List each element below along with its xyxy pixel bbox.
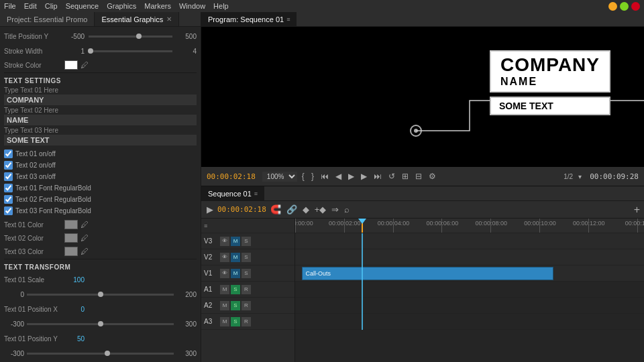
stroke-color-swatch[interactable] (64, 60, 78, 70)
a2-mute-button[interactable]: M (220, 301, 229, 310)
loop-button[interactable]: ↺ (386, 172, 397, 181)
tab-sequence[interactable]: Sequence 01 ≡ (201, 186, 264, 200)
checkbox-text03-onoff-input[interactable] (4, 172, 13, 181)
marker-in-button[interactable]: { (300, 172, 307, 181)
text02-color-picker-icon[interactable]: 🖊 (80, 233, 89, 243)
a3-record-button[interactable]: R (241, 317, 251, 326)
search-replace-button[interactable]: ⌕ (343, 204, 351, 215)
stroke-width-slider[interactable] (89, 50, 172, 52)
step-forward-button[interactable]: ▶ (359, 172, 369, 181)
text01-color-row: Text 01 Color 🖊 (4, 219, 197, 231)
text01-color-swatch[interactable] (64, 220, 78, 229)
v2-eye-button[interactable]: 👁 (220, 253, 229, 262)
checkbox-text03-font-input[interactable] (4, 206, 13, 215)
a2-record-button[interactable]: R (241, 301, 251, 310)
go-to-out-button[interactable]: ⏭ (372, 172, 384, 181)
clip-call-outs[interactable]: Call-Outs (302, 267, 553, 280)
close-tab-icon[interactable]: ✕ (166, 15, 172, 23)
graphic-overlay: COMPANY NAME SOME TEXT (490, 50, 610, 115)
type-text-01-input[interactable] (4, 95, 197, 105)
automate-button[interactable]: ⇒ (330, 204, 340, 215)
v2-lock-button[interactable]: M (231, 253, 240, 262)
step-back-button[interactable]: ◀ (333, 172, 343, 181)
resolution-dropdown-icon[interactable]: ▾ (578, 173, 582, 180)
program-monitor: Program: Sequence 01 ≡ (201, 12, 644, 186)
v1-lock-button[interactable]: M (231, 269, 240, 278)
menu-file[interactable]: File (4, 2, 16, 10)
close-button[interactable] (631, 2, 640, 11)
a2-solo-button[interactable]: S (231, 301, 240, 310)
checkbox-text01-onoff-input[interactable] (4, 149, 13, 158)
text01-posy-slider[interactable] (27, 353, 174, 355)
svg-point-0 (411, 125, 421, 136)
text01-posy-label: Text 01 Position Y (4, 335, 64, 343)
v3-lock-button[interactable]: M (231, 237, 240, 246)
menu-graphics[interactable]: Graphics (107, 2, 136, 10)
a3-mute-button[interactable]: M (220, 317, 229, 326)
menu-help[interactable]: Help (213, 2, 229, 10)
type-text-01-label: Type Text 01 Here (4, 86, 197, 94)
v1-sync-button[interactable]: S (241, 269, 251, 278)
a1-record-button[interactable]: R (241, 285, 251, 294)
monitor-timecode: 00:00:02:18 (207, 172, 256, 181)
text02-color-swatch[interactable] (64, 233, 78, 243)
type-text-02-input[interactable] (4, 115, 197, 125)
title-position-slider[interactable] (89, 36, 172, 38)
timeline-play-button[interactable]: ▶ (205, 204, 215, 215)
safe-margins-button[interactable]: ⊞ (400, 172, 411, 181)
text01-color-picker-icon[interactable]: 🖊 (80, 220, 89, 229)
a1-solo-button[interactable]: S (231, 285, 240, 294)
settings-button[interactable]: ⚙ (427, 172, 438, 181)
color-rows-container: Text 01 Color 🖊 Text 02 Color 🖊 Text 03 … (4, 219, 197, 257)
output-button[interactable]: ⊟ (413, 172, 424, 181)
text01-scale-value: 100 (64, 276, 85, 284)
go-to-in-button[interactable]: ⏮ (319, 172, 331, 181)
menu-sequence[interactable]: Sequence (66, 2, 99, 10)
marker-button[interactable]: ◆ (301, 204, 311, 215)
v1-eye-button[interactable]: 👁 (220, 269, 229, 278)
text01-scale-slider[interactable] (27, 294, 174, 296)
a3-solo-button[interactable]: S (231, 317, 240, 326)
checkbox-text01-font-input[interactable] (4, 184, 13, 192)
text01-scale-row: Text 01 Scale 100 (4, 273, 197, 286)
type-text-03-input[interactable] (4, 135, 197, 145)
checkbox-text02-font-input[interactable] (4, 195, 13, 204)
menu-edit[interactable]: Edit (24, 2, 37, 10)
stroke-color-picker-icon[interactable]: 🖊 (80, 60, 89, 70)
text03-color-picker-icon[interactable]: 🖊 (80, 247, 89, 256)
menu-window[interactable]: Window (179, 2, 205, 10)
v2-sync-button[interactable]: S (241, 253, 251, 262)
tab-essential-graphics[interactable]: Essential Graphics ✕ (95, 12, 179, 26)
checkbox-text02-onoff-input[interactable] (4, 161, 13, 170)
monitor-tab-close[interactable]: ≡ (286, 16, 290, 23)
snap-button[interactable]: 🧲 (269, 204, 282, 215)
type-text-03-row: Type Text 03 Here (4, 127, 197, 145)
v3-eye-button[interactable]: 👁 (220, 237, 229, 246)
sequence-tab-menu[interactable]: ≡ (254, 190, 258, 197)
text03-color-swatch[interactable] (64, 247, 78, 256)
a1-mute-button[interactable]: M (220, 285, 229, 294)
tab-program-sequence[interactable]: Program: Sequence 01 ≡ (201, 12, 297, 26)
maximize-button[interactable] (620, 2, 629, 11)
marker-out-button[interactable]: } (309, 172, 316, 181)
monitor-tabs: Program: Sequence 01 ≡ (201, 12, 644, 27)
text01-posx-slider-row: -300 300 (4, 317, 197, 330)
menu-clip[interactable]: Clip (45, 2, 58, 10)
right-area: Program: Sequence 01 ≡ (201, 12, 644, 362)
add-track-button[interactable]: + (634, 204, 640, 216)
tab-project[interactable]: Project: Essential Promo (0, 12, 95, 26)
v3-sync-button[interactable]: S (241, 237, 251, 246)
text01-posx-min: -300 (4, 320, 24, 328)
ruler-header: ≡ (201, 219, 294, 233)
text01-scale-slider-row: 0 200 (4, 288, 197, 301)
add-marker-button[interactable]: +◆ (313, 204, 328, 215)
menu-markers[interactable]: Markers (144, 2, 171, 10)
timeline-ruler: 00:00:00:00 00:00:02:00 00:00:04:00 00:0… (295, 219, 644, 233)
some-text-box: SOME TEXT (490, 97, 610, 115)
text01-posx-slider[interactable] (27, 323, 174, 325)
zoom-select[interactable]: 100% 75% 50% (262, 172, 297, 182)
play-button[interactable]: ▶ (346, 172, 356, 181)
link-button[interactable]: 🔗 (285, 204, 299, 215)
minimize-button[interactable] (608, 2, 617, 11)
checkbox-text03-font-label: Text 03 Font RegularBold (15, 207, 91, 215)
